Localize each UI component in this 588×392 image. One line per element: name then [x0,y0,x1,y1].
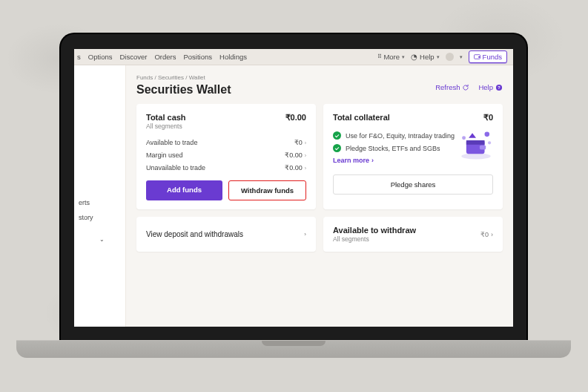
sidebar-expand[interactable]: ⌄ [79,236,125,243]
chevron-right-icon: › [371,157,374,164]
refresh-link[interactable]: Refresh [435,83,469,91]
cards-grid: Total cash All segments ₹0.00 Available … [136,104,503,209]
cash-buttons: Add funds Withdraw funds [146,180,306,200]
chevron-right-icon: › [305,153,306,158]
app-screen: s Options Discover Orders Positions Hold… [74,49,513,327]
page-actions: Refresh Help ? [435,83,503,91]
nav-item-positions[interactable]: Positions [184,53,213,61]
svg-rect-6 [466,140,485,145]
bottom-grid: View deposit and withdrawals › Available… [136,209,503,252]
top-navbar-right: ⠿ More ▾ ◔ Help ▾ ▾ [377,50,507,63]
chevron-right-icon: › [305,140,306,146]
row-margin-used[interactable]: Margin used ₹0.00› [146,151,306,159]
check-circle-icon [333,144,341,152]
nav-item[interactable]: s [77,53,81,61]
row-label: Margin used [146,151,183,159]
nav-item-holdings[interactable]: Holdings [219,53,247,61]
total-cash-card: Total cash All segments ₹0.00 Available … [136,104,316,209]
chevron-right-icon: › [304,231,306,238]
svg-rect-1 [478,56,480,58]
wallet-icon [474,53,480,60]
feature-text: Pledge Stocks, ETFs and SGBs [346,145,440,152]
row-value: ₹0.00 [285,151,303,159]
total-collateral-card: Total collateral ₹0 Use for F&O, Equity,… [323,104,503,209]
help-label: Help [478,83,493,91]
row-available-to-trade[interactable]: Available to trade ₹0› [146,139,306,146]
row-label: Available to trade [146,139,197,146]
row-value: ₹0.00 [285,164,303,172]
chevron-down-icon: ▾ [402,54,405,60]
funds-button-label: Funds [483,53,502,61]
laptop-notch [262,341,326,346]
help-link[interactable]: Help ? [478,83,503,91]
total-cash-rows: Available to trade ₹0› Margin used ₹0.00… [146,139,306,172]
help-menu[interactable]: ◔ Help ▾ [411,53,440,61]
collateral-value: ₹0 [483,113,493,122]
funds-button[interactable]: Funds [469,50,507,63]
top-navbar: s Options Discover Orders Positions Hold… [74,49,513,65]
more-menu[interactable]: ⠿ More ▾ [377,53,405,61]
breadcrumb: Funds / Securities / Wallet [136,74,503,81]
more-icon: ⠿ [377,53,381,60]
row-unavailable-to-trade[interactable]: Unavailable to trade ₹0.00› [146,164,306,172]
sidebar: erts story ⌄ [74,65,126,327]
available-withdraw-card[interactable]: Available to withdraw All segments ₹0 › [323,217,503,252]
page-title: Securities Wallet [136,83,231,97]
avatar-icon [446,53,454,61]
laptop-base [16,340,571,358]
nav-item-options[interactable]: Options [88,53,113,61]
withdraw-subtitle: All segments [333,235,416,243]
collateral-body: Use for F&O, Equity, Intraday trading Pl… [333,131,493,164]
total-cash-subtitle: All segments [146,122,186,130]
svg-point-10 [488,141,491,144]
view-deposits-card[interactable]: View deposit and withdrawals › [136,217,316,252]
main-area: erts story ⌄ Funds / Securities / Wallet… [74,65,513,327]
page-header: Securities Wallet Refresh Help ? [136,83,503,97]
sidebar-item[interactable]: story [79,214,125,221]
help-circle-icon: ? [495,84,503,91]
check-circle-icon [333,131,341,140]
learn-more-label: Learn more [333,157,369,164]
top-navbar-left: s Options Discover Orders Positions Hold… [77,53,247,61]
nav-item-discover[interactable]: Discover [120,53,148,61]
collateral-title: Total collateral [333,113,390,122]
laptop-frame: s Options Discover Orders Positions Hold… [59,33,528,342]
chevron-down-icon: ▾ [437,54,440,60]
row-value: ₹0 [294,139,303,146]
chevron-down-icon: ⌄ [99,236,105,243]
feature-text: Use for F&O, Equity, Intraday trading [346,132,455,140]
more-label: More [383,53,400,61]
svg-rect-7 [480,146,486,150]
svg-point-9 [462,136,466,140]
withdraw-title: Available to withdraw [333,226,416,235]
help-icon: ◔ [411,53,417,61]
refresh-label: Refresh [435,83,460,91]
refresh-icon [462,84,469,91]
wallet-illustration [457,127,495,161]
sidebar-item[interactable]: erts [79,199,125,206]
view-deposits-label: View deposit and withdrawals [146,230,243,238]
add-funds-button[interactable]: Add funds [146,180,222,200]
svg-text:?: ? [498,85,501,89]
withdraw-funds-button[interactable]: Withdraw funds [228,180,306,200]
chevron-right-icon: › [491,231,493,238]
nav-item-orders[interactable]: Orders [154,53,176,61]
total-cash-title: Total cash [146,113,186,122]
svg-point-8 [485,132,490,137]
help-label: Help [420,53,435,61]
pledge-shares-button[interactable]: Pledge shares [333,174,493,195]
total-cash-value: ₹0.00 [285,113,306,122]
content: Funds / Securities / Wallet Securities W… [126,65,513,327]
laptop-bezel: s Options Discover Orders Positions Hold… [61,34,526,340]
svg-point-4 [461,153,490,159]
chevron-right-icon: › [305,166,306,171]
row-label: Unavailable to trade [146,164,205,172]
withdraw-value: ₹0 [480,231,489,238]
chevron-down-icon: ▾ [460,54,463,60]
user-menu[interactable]: ▾ [446,53,463,61]
